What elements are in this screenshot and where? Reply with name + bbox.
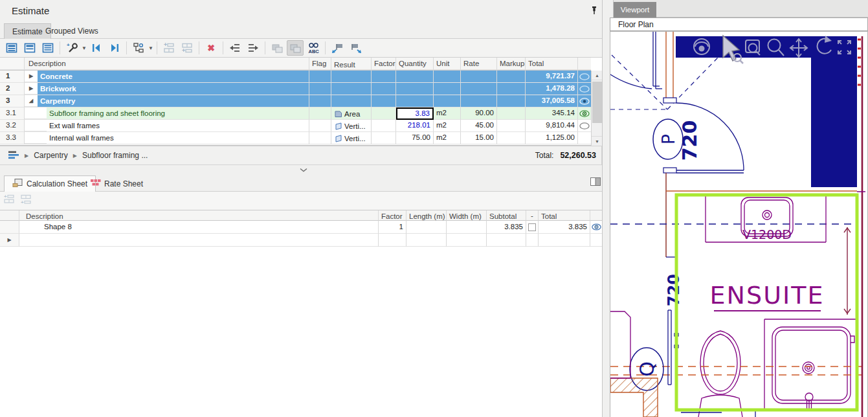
scroll-down-icon[interactable]: ▼: [592, 136, 603, 146]
sheet-tabs: Calculation Sheet Rate Sheet: [0, 174, 606, 192]
eye-indicator-icon[interactable]: [578, 71, 591, 83]
pin-icon[interactable]: [589, 5, 602, 18]
previous-icon[interactable]: [88, 40, 105, 56]
col-markup[interactable]: Markup: [497, 58, 526, 70]
col-rate[interactable]: Rate: [461, 58, 497, 70]
split-view-icon[interactable]: [590, 177, 601, 189]
structure-filter-icon[interactable]: [8, 150, 19, 161]
door-width-label: 720: [678, 120, 701, 161]
application-window: Estimate Estimate Grouped Views + ▼ ▼ + …: [0, 0, 868, 417]
horizontal-splitter[interactable]: [0, 165, 606, 174]
expand-icon[interactable]: ▶: [25, 83, 38, 95]
view-summary-icon[interactable]: [3, 40, 20, 56]
col-calc-factor[interactable]: Factor: [379, 210, 406, 221]
col-calc-subtotal[interactable]: Subtotal: [487, 210, 526, 221]
negate-checkbox[interactable]: [528, 223, 536, 231]
structure-dropdown-icon[interactable]: ▼: [148, 45, 154, 51]
table-row[interactable]: 3.2 Ext wall frames Verti... 218.01 m2 4…: [0, 120, 591, 132]
cascade-windows-icon[interactable]: [269, 40, 285, 56]
tab-grouped-views[interactable]: Grouped Views: [38, 23, 106, 39]
door-tag-p: P: [658, 134, 678, 144]
tile-windows-icon[interactable]: [287, 40, 304, 56]
table-row[interactable]: 2 ▶Brickwork 1,478.28: [0, 83, 591, 95]
col-total[interactable]: Total: [526, 58, 578, 70]
eye-indicator-icon[interactable]: [578, 95, 591, 107]
table-row[interactable]: 1 ▶Concrete 9,721.37: [0, 71, 591, 83]
estimate-grid: Description Flag Result Factor Quantity …: [0, 58, 602, 146]
floor-plan-selector[interactable]: Floor Plan: [610, 17, 868, 31]
insert-row-above-icon[interactable]: +: [161, 40, 177, 56]
next-icon[interactable]: [106, 40, 123, 56]
next-flag-icon[interactable]: [347, 40, 364, 56]
wall-hatch-dashes: [858, 39, 861, 85]
col-calc-description[interactable]: Description: [19, 210, 379, 221]
breadcrumb-item-subfloor[interactable]: Subfloor framing ...: [82, 151, 148, 160]
col-flag[interactable]: Flag: [309, 58, 331, 70]
table-row[interactable]: 3.3 Internal wall frames Verti... 75.00 …: [0, 132, 591, 144]
quantity-cell-selected[interactable]: 3.83: [396, 107, 434, 120]
calculation-sheet-icon: [12, 178, 23, 190]
viewport-panel: Viewport Floor Plan: [614, 0, 868, 417]
eye-indicator-icon[interactable]: [578, 83, 591, 95]
calc-row-shape8[interactable]: Shape 8 1 3.835 3.835: [0, 221, 602, 234]
col-calc-total[interactable]: Total: [539, 210, 590, 221]
area-shape-icon: [334, 109, 342, 119]
table-row[interactable]: 3.1 Subfloor framing and sheet flooring …: [0, 107, 591, 120]
insert-calc-row-above-icon[interactable]: +: [4, 194, 16, 207]
col-quantity[interactable]: Quantity: [396, 58, 434, 70]
svg-text:ABC: ABC: [309, 49, 320, 54]
col-factor[interactable]: Factor: [372, 58, 396, 70]
tools-icon[interactable]: +: [63, 40, 80, 56]
outdent-icon[interactable]: [227, 40, 243, 56]
expand-icon[interactable]: ▶: [25, 71, 38, 82]
adjacent-room-lines: [610, 32, 662, 89]
viewport-tabstrip: Viewport: [614, 0, 868, 17]
svg-text:+: +: [164, 42, 167, 48]
calc-row-empty[interactable]: ▶: [0, 234, 602, 247]
document-tabs: Estimate Grouped Views: [0, 22, 606, 39]
vertical-scrollbar[interactable]: ▲ ▼: [591, 71, 602, 146]
col-result[interactable]: Result: [331, 58, 372, 70]
spellcheck-icon[interactable]: ABC: [305, 40, 322, 56]
col-calc-width[interactable]: Width (m): [447, 210, 487, 221]
room-label: ENSUITE: [710, 281, 825, 310]
indent-icon[interactable]: [245, 40, 262, 56]
tab-calculation-sheet[interactable]: Calculation Sheet: [4, 175, 96, 192]
floor-plan-drawing[interactable]: P 720 V1200D ENSUITE: [610, 32, 867, 417]
view-detail-icon[interactable]: [39, 40, 56, 56]
estimate-grid-header: Description Flag Result Factor Quantity …: [0, 58, 591, 71]
svg-text:+: +: [4, 194, 7, 199]
scrollbar-thumb[interactable]: [592, 82, 602, 123]
estimate-toolbar: + ▼ ▼ + + ✖ ABC: [0, 39, 606, 58]
breadcrumb-item-carpentry[interactable]: Carpentry: [34, 151, 68, 160]
structure-icon[interactable]: [130, 40, 147, 56]
eye-indicator-icon[interactable]: [578, 120, 591, 132]
tab-viewport[interactable]: Viewport: [614, 2, 656, 17]
estimate-panel: Estimate Estimate Grouped Views + ▼ ▼ + …: [0, 0, 606, 417]
eye-indicator-icon[interactable]: [578, 107, 591, 120]
collapse-icon[interactable]: ◢: [25, 95, 38, 107]
delete-icon[interactable]: ✖: [203, 40, 219, 56]
scroll-up-icon[interactable]: ▲: [592, 71, 603, 80]
svg-text:+: +: [21, 199, 24, 205]
table-row[interactable]: 3 ◢Carpentry 37,005.58: [0, 95, 591, 107]
col-calc-negate[interactable]: -: [526, 210, 539, 221]
col-description[interactable]: Description: [25, 58, 309, 70]
insert-row-below-icon[interactable]: +: [179, 40, 195, 56]
insert-calc-row-below-icon[interactable]: +: [21, 194, 32, 207]
svg-text:+: +: [182, 47, 185, 54]
breadcrumb: ▶ Carpentry ▶ Subfloor framing ... Total…: [0, 146, 602, 165]
col-unit[interactable]: Unit: [434, 58, 461, 70]
col-calc-length[interactable]: Length (m): [406, 210, 447, 221]
floor-plan-canvas[interactable]: P 720 V1200D ENSUITE: [610, 31, 868, 417]
view-normal-icon[interactable]: [21, 40, 38, 56]
wall-dim-label: 720: [665, 274, 683, 306]
calc-toolbar: + +: [0, 192, 602, 210]
eye-indicator-icon[interactable]: [590, 221, 602, 234]
tools-dropdown-icon[interactable]: ▼: [81, 45, 87, 51]
grand-total-label: Total:: [535, 151, 554, 160]
fixture-tag-q: Q: [636, 361, 658, 377]
calculation-grid: Description Factor Length (m) Width (m) …: [0, 210, 602, 417]
previous-flag-icon[interactable]: [329, 40, 346, 56]
tab-rate-sheet[interactable]: Rate Sheet: [83, 175, 151, 192]
